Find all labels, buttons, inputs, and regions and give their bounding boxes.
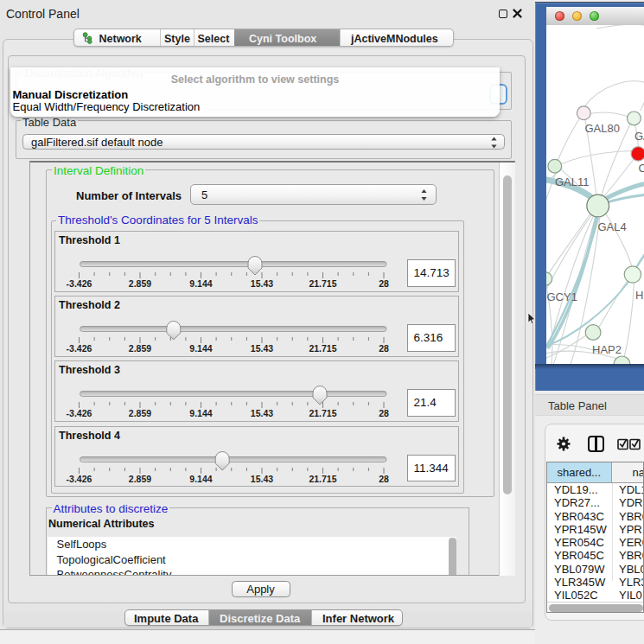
svg-text:GAL11: GAL11 bbox=[555, 175, 590, 188]
svg-text:28: 28 bbox=[379, 278, 389, 289]
svg-text:2.859: 2.859 bbox=[128, 473, 150, 483]
svg-text:-3.426: -3.426 bbox=[66, 343, 92, 354]
svg-text:28: 28 bbox=[379, 473, 389, 483]
svg-text:15.43: 15.43 bbox=[250, 343, 272, 354]
svg-text:GAL80: GAL80 bbox=[584, 121, 619, 134]
svg-text:21.715: 21.715 bbox=[309, 408, 336, 418]
svg-text:28: 28 bbox=[379, 343, 389, 354]
svg-text:9.144: 9.144 bbox=[189, 473, 212, 483]
svg-text:2.859: 2.859 bbox=[128, 343, 150, 354]
svg-text:HAP2: HAP2 bbox=[592, 343, 622, 356]
svg-text:28: 28 bbox=[379, 408, 389, 418]
svg-text:9.144: 9.144 bbox=[189, 278, 212, 289]
svg-text:-3.426: -3.426 bbox=[66, 408, 92, 418]
svg-text:2.859: 2.859 bbox=[128, 408, 150, 418]
svg-text:9.144: 9.144 bbox=[189, 343, 212, 354]
svg-text:-3.426: -3.426 bbox=[66, 473, 92, 483]
svg-text:21.715: 21.715 bbox=[309, 343, 336, 354]
svg-text:-3.426: -3.426 bbox=[66, 278, 92, 289]
svg-text:15.43: 15.43 bbox=[250, 408, 272, 418]
svg-text:21.715: 21.715 bbox=[309, 473, 336, 483]
svg-text:2.859: 2.859 bbox=[128, 278, 150, 289]
svg-text:GAL4: GAL4 bbox=[597, 220, 626, 233]
svg-text:CD: CD bbox=[638, 162, 644, 175]
svg-text:15.43: 15.43 bbox=[250, 473, 272, 483]
svg-text:9.144: 9.144 bbox=[189, 408, 212, 418]
svg-text:21.715: 21.715 bbox=[309, 278, 336, 289]
svg-text:15.43: 15.43 bbox=[250, 278, 272, 289]
svg-text:GA: GA bbox=[634, 129, 644, 142]
svg-text:GCY1: GCY1 bbox=[546, 290, 577, 303]
svg-text:H: H bbox=[635, 289, 643, 302]
